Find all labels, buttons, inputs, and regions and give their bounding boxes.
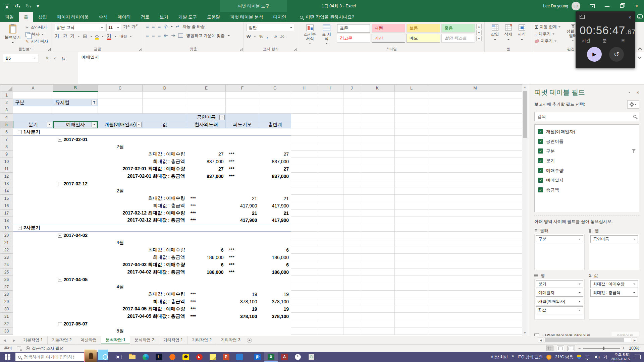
cell-J8[interactable] (343, 143, 360, 150)
align-center-icon[interactable]: ≡ (152, 33, 155, 39)
cell-A8[interactable] (13, 143, 98, 150)
kakaotalk-icon[interactable] (179, 352, 193, 362)
row-header-21[interactable]: 21 (0, 239, 13, 246)
cell-K15[interactable] (360, 195, 395, 202)
cell-A4[interactable] (13, 114, 187, 121)
cell-B13[interactable]: −2017-02-12 (53, 180, 98, 187)
field-item-공연이름[interactable]: ✓공연이름 (536, 136, 638, 146)
cell-F26[interactable] (226, 276, 259, 283)
collapse-icon[interactable]: − (18, 226, 22, 230)
fill-button[interactable]: ↓채우기 (535, 31, 560, 37)
column-header-G[interactable]: G (259, 85, 291, 92)
cell-G18[interactable]: 417,900 (259, 217, 291, 224)
font-color-button[interactable]: 가 (107, 33, 111, 39)
cell-G10[interactable]: 837,000 (259, 158, 291, 165)
sticky-notes-icon[interactable] (206, 352, 219, 362)
cell-M33[interactable] (428, 327, 522, 335)
conditional-formatting-button[interactable]: 조건부 서식 (301, 24, 319, 46)
cell-J20[interactable] (343, 232, 360, 239)
cell-A5[interactable]: 분기 (13, 121, 53, 128)
cell-J23[interactable] (343, 254, 360, 261)
cell-K27[interactable] (360, 283, 395, 291)
cell-J4[interactable] (343, 114, 360, 121)
cell-E12[interactable]: 837,000 (187, 173, 226, 180)
cell-H25[interactable] (291, 268, 317, 276)
clear-button[interactable]: 지우기 (535, 38, 560, 44)
select-all-corner[interactable] (0, 85, 13, 92)
cell-H19[interactable] (291, 224, 317, 232)
taskbar-search-box[interactable] (15, 353, 85, 361)
cell-C21[interactable]: 4월 (98, 239, 143, 246)
cell-J3[interactable] (343, 106, 360, 114)
cell-L31[interactable] (395, 313, 428, 320)
cell-F25[interactable]: *** (226, 268, 259, 276)
cell-E27[interactable] (187, 283, 226, 291)
cell-E26[interactable] (187, 276, 226, 283)
tools-gear-button[interactable] (627, 100, 639, 109)
start-button[interactable] (0, 352, 15, 362)
cell-H7[interactable] (291, 136, 317, 143)
fill-color-button[interactable]: ◇ (95, 34, 99, 39)
cell-F29[interactable]: 378,100 (226, 298, 259, 305)
cell-F4[interactable] (226, 114, 259, 121)
cell-L25[interactable] (395, 268, 428, 276)
cell-E16[interactable]: *** (187, 202, 226, 209)
cell-I13[interactable] (317, 180, 343, 187)
cell-M30[interactable] (428, 305, 522, 313)
row-header-26[interactable]: 26 (0, 276, 13, 283)
area-field-chip-공연이름[interactable]: 공연이름 (590, 235, 638, 243)
cell-J13[interactable] (343, 180, 360, 187)
field-checkbox[interactable]: ✓ (538, 158, 543, 163)
cell-G32[interactable] (259, 320, 291, 327)
cell-I25[interactable] (317, 268, 343, 276)
cell-M20[interactable] (428, 232, 522, 239)
cell-H26[interactable] (291, 276, 317, 283)
cell-M1[interactable] (428, 92, 522, 99)
cell-M18[interactable] (428, 217, 522, 224)
cell-J19[interactable] (343, 224, 360, 232)
scroll-left-icon[interactable]: ◀ (538, 338, 543, 343)
cell-style-보통[interactable]: 보통 (407, 24, 440, 33)
cell-C7[interactable] (98, 136, 143, 143)
row-header-8[interactable]: 8 (0, 143, 13, 150)
cell-G14[interactable] (259, 187, 291, 195)
zoom-slider[interactable] (603, 347, 604, 350)
cell-H20[interactable] (291, 232, 317, 239)
cell-K1[interactable] (360, 92, 395, 99)
scroll-right-icon[interactable]: ▶ (632, 338, 637, 343)
field-item-분기[interactable]: ✓분기 (536, 156, 638, 166)
field-search-box[interactable] (534, 112, 639, 121)
filter-dropdown-icon[interactable] (136, 122, 142, 127)
cell-F11[interactable]: *** (226, 165, 259, 173)
cell-K17[interactable] (360, 209, 395, 217)
cell-L8[interactable] (395, 143, 428, 150)
cell-K14[interactable] (360, 187, 395, 195)
cell-I18[interactable] (317, 217, 343, 224)
field-item-예매수량[interactable]: ✓예매수량 (536, 166, 638, 175)
cell-G26[interactable] (259, 276, 291, 283)
cell-E14[interactable] (187, 187, 226, 195)
cell-H11[interactable] (291, 165, 317, 173)
cell-A28[interactable] (13, 291, 143, 298)
zoom-out-button[interactable]: − (578, 346, 581, 351)
tab-페이지 레이아웃[interactable]: 페이지 레이아웃 (52, 12, 94, 22)
cell-I24[interactable] (317, 261, 343, 268)
italic-button[interactable]: 가 (62, 33, 67, 39)
cell-L28[interactable] (395, 291, 428, 298)
cell-L13[interactable] (395, 180, 428, 187)
new-sheet-button[interactable]: + (245, 336, 254, 344)
media-player-icon[interactable]: ▶ (193, 352, 206, 362)
cell-J26[interactable] (343, 276, 360, 283)
chip-dropdown-icon[interactable] (579, 292, 581, 294)
cell-G21[interactable] (259, 239, 291, 246)
horizontal-scrollbar[interactable]: ◀ ▶ (538, 336, 637, 344)
field-item-총금액[interactable]: ✓총금액 (536, 185, 638, 195)
cell-F10[interactable]: *** (226, 158, 259, 165)
cell-M12[interactable] (428, 173, 522, 180)
field-item-구분[interactable]: ✓구분 (536, 146, 638, 156)
alignment-dialog-launcher[interactable] (240, 48, 243, 51)
cell-G11[interactable]: 27 (259, 165, 291, 173)
cell-K12[interactable] (360, 173, 395, 180)
undo-icon[interactable]: ↺▾ (14, 3, 20, 9)
row-header-17[interactable]: 17 (0, 209, 13, 217)
